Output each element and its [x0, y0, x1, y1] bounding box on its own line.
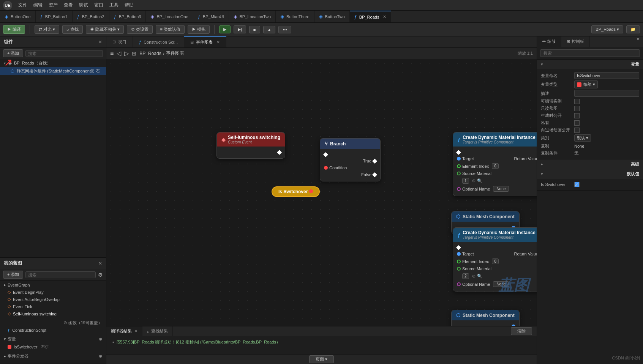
eject-button[interactable]: ▲ — [263, 26, 276, 33]
menu-edit[interactable]: 编辑 — [33, 2, 43, 8]
tab-bp-button2[interactable]: ƒ BP_Button2 — [73, 11, 109, 22]
diff-button[interactable]: ⇄ 对比 ▾ — [35, 25, 59, 34]
source-material-pick-icon-2[interactable]: ⊕ — [472, 274, 476, 279]
prop-desc-input[interactable] — [574, 90, 639, 97]
tree-static-mesh[interactable]: ⬡ 静态网格体组件 (StaticMeshComponent0) 石 — [0, 67, 106, 75]
bottom-tab-compiler[interactable]: 编译器结果 ✕ — [106, 326, 142, 336]
menu-asset[interactable]: 资产 — [49, 2, 58, 8]
bp-section-functions-header[interactable]: ⊕ 函数（19可覆盖） — [0, 319, 106, 327]
tab-bp-button3[interactable]: ƒ BP_Button3 — [109, 11, 146, 22]
node-custom-event[interactable]: ◈ Self-luminous switching Custom Event — [216, 132, 285, 159]
tab-buttonone[interactable]: ◈ ButtonOne — [0, 11, 36, 22]
menu-view[interactable]: 查看 — [64, 2, 73, 8]
menu-tools[interactable]: 工具 — [109, 2, 118, 8]
tab-bp-mianui[interactable]: ƒ BP_MianUI — [193, 11, 229, 22]
section-add-icon[interactable]: ⊕ — [63, 320, 67, 325]
class-settings-button[interactable]: ⚙ 类设置 — [127, 25, 153, 34]
folder-button[interactable]: 📁 — [626, 25, 640, 33]
node-create-dynamic-1-header: ƒ Create Dynamic Material Instance Targe… — [453, 132, 537, 147]
right-section-variable-header[interactable]: ▾ 变量 — [537, 60, 643, 69]
right-tab-controlboard[interactable]: ⊞ 控制板 — [561, 36, 590, 47]
prop-expose-check[interactable] — [574, 113, 580, 118]
right-panel-close[interactable]: ✕ — [633, 36, 643, 47]
simulate-button[interactable]: ▶ 模拟 — [188, 25, 210, 34]
bp-section-eventgraph-header[interactable]: ▸ EventGraph — [0, 281, 106, 288]
node-create-dynamic-2[interactable]: ƒ Create Dynamic Material Instance Targe… — [453, 227, 537, 292]
class-defaults-button[interactable]: ≡ 类默认值 — [156, 25, 184, 34]
node-create-dynamic-1[interactable]: ƒ Create Dynamic Material Instance Targe… — [453, 132, 537, 196]
nav-right-icon[interactable]: ▷ — [124, 50, 129, 57]
prop-default-isswitchover-check[interactable]: ✓ — [574, 182, 580, 187]
tab-buttonthree[interactable]: ◈ ButtonThree — [276, 11, 314, 22]
hide-unrelated-button[interactable]: ◈ 隐藏不相关 ▾ — [86, 25, 124, 34]
step-button[interactable]: ▶| — [234, 25, 246, 33]
prop-var-name-input[interactable] — [574, 72, 639, 79]
grid-view-icon[interactable]: ⊞ — [132, 50, 136, 57]
right-search-input[interactable] — [540, 49, 640, 57]
center-tab-viewport[interactable]: ⊞ 视口 — [106, 36, 133, 47]
nav-left-icon[interactable]: ◁ — [117, 50, 121, 57]
source-material-pick-icon[interactable]: ⊕ — [472, 178, 476, 183]
blueprint-settings-icon[interactable]: ⚙ — [98, 272, 103, 278]
add-blueprint-button[interactable]: + 添加 — [3, 271, 23, 279]
component-panel-close[interactable]: ✕ — [98, 39, 102, 45]
blueprint-panel-close[interactable]: ✕ — [98, 261, 102, 266]
bottom-tab-compiler-close[interactable]: ✕ — [134, 329, 137, 334]
bottom-tab-find[interactable]: ⌕ 查找结果 — [142, 326, 173, 336]
add-component-button[interactable]: + 添加 — [3, 49, 23, 57]
bp-item-eventtick[interactable]: ◇ Event Tick — [0, 303, 106, 310]
canvas[interactable]: ◈ Self-luminous switching Custom Event ⑂ — [106, 59, 537, 326]
menu-file[interactable]: 文件 — [18, 2, 27, 8]
center-tab-close[interactable]: ✕ — [216, 40, 220, 45]
section-add-btn[interactable]: ⊕ — [99, 337, 102, 342]
nav-back-icon[interactable]: ≡ — [110, 50, 114, 57]
tab-bp-location-one[interactable]: ◈ BP_LocationOne — [146, 11, 193, 22]
play-button[interactable]: ▶ — [219, 25, 231, 33]
prop-var-type-value[interactable]: 布尔 ▾ — [574, 80, 598, 88]
prop-private-check[interactable] — [574, 120, 580, 126]
right-section-advanced-header[interactable]: ▸ 高级 — [537, 159, 643, 169]
node-branch[interactable]: ⑂ Branch True Condition — [320, 138, 381, 181]
prop-category-dropdown[interactable]: 默认 ▾ — [574, 134, 591, 142]
node-is-switchover[interactable]: Is Switchover — [272, 186, 320, 197]
section-collapse-icon: ▾ — [541, 62, 543, 67]
more-button[interactable]: ••• — [278, 26, 291, 33]
compile-button[interactable]: ▶ 编译 — [3, 25, 25, 34]
find-button[interactable]: ⌕ 查找 — [62, 25, 83, 34]
node-static-mesh-2[interactable]: ⬡ Static Mesh Component — [451, 310, 520, 326]
prop-cinematic-check[interactable] — [574, 128, 580, 133]
tab-label-buttonone: ButtonOne — [11, 14, 31, 19]
menu-debug[interactable]: 调试 — [79, 2, 88, 8]
center-tab-eventgraph[interactable]: ⊞ 事件图表 ✕ — [184, 36, 226, 47]
tab-bp-roads[interactable]: ƒ BP_Roads ✕ — [350, 11, 392, 22]
component-panel-header: 组件 ✕ — [0, 36, 106, 48]
source-material-browse-icon[interactable]: 🔍 — [477, 178, 482, 183]
stop-button[interactable]: ■ — [249, 26, 260, 33]
tree-root[interactable]: ▾ ◈ BP_Roads（自我） — [0, 59, 106, 67]
prop-readonly-check[interactable] — [574, 106, 580, 111]
bp-section-eventdispatchers-header[interactable]: ▸ 事件分发器 ⊕ — [0, 352, 106, 360]
component-search-input[interactable] — [25, 50, 103, 57]
bp-item-actoroverlap[interactable]: ◇ Event ActorBeginOverlap — [0, 296, 106, 303]
tab-buttontwo[interactable]: ◈ ButtonTwo — [314, 11, 350, 22]
center-tab-construction[interactable]: ƒ Construction Scr... — [133, 36, 184, 47]
source-material-browse-icon-2[interactable]: 🔍 — [477, 274, 482, 279]
bp-item-beginplay[interactable]: ◇ Event BeginPlay — [0, 288, 106, 296]
bp-name-button[interactable]: BP_Roads ▾ — [591, 25, 623, 33]
prop-editable-check[interactable] — [574, 99, 580, 104]
section-add-btn-2[interactable]: ⊕ — [99, 354, 102, 359]
bp-section-variables-header[interactable]: ▾ 变量 ⊕ — [0, 335, 106, 343]
tab-bp-button1[interactable]: ƒ BP_Button1 — [36, 11, 73, 22]
tab-close-bp-roads[interactable]: ✕ — [383, 14, 386, 19]
right-tab-details[interactable]: ✏ 细节 — [537, 36, 561, 47]
right-section-default-header[interactable]: ▾ 默认值 — [537, 169, 643, 179]
bp-item-isswitchover[interactable]: IsSwitchover 布尔 — [0, 343, 106, 351]
bp-item-constructionscript[interactable]: ƒ ConstructionScript — [0, 327, 106, 334]
menu-help[interactable]: 帮助 — [125, 2, 134, 8]
tab-bp-location-two[interactable]: ◈ BP_LocationTwo — [229, 11, 276, 22]
blueprint-search-input[interactable] — [25, 271, 96, 278]
clear-button[interactable]: 清除 — [511, 327, 532, 335]
page-nav-button[interactable]: 页面 ▾ — [309, 355, 334, 363]
bp-item-selfluminous[interactable]: ◇ Self-luminous switching — [0, 310, 106, 317]
menu-window[interactable]: 窗口 — [94, 2, 103, 8]
